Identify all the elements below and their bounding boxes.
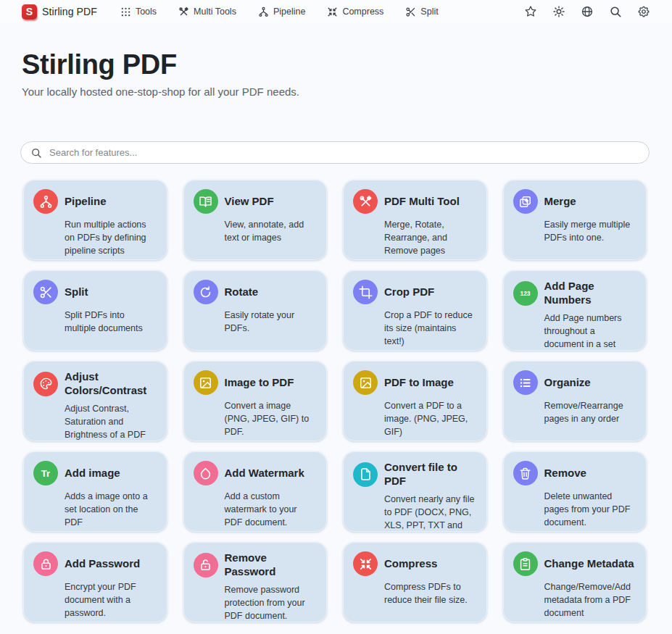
card-title: Remove — [544, 467, 586, 480]
card-description: Add a custom watermark to your PDF docum… — [225, 490, 318, 529]
palette-icon — [33, 372, 58, 396]
tool-card-view-pdf[interactable]: View PDF View, annotate, add text or ima… — [183, 180, 328, 260]
grid-icon — [120, 7, 131, 17]
tool-card-change-metadata[interactable]: Change Metadata Change/Remove/Add metada… — [503, 542, 647, 622]
card-title: Compress — [384, 557, 437, 571]
stirling-logo-icon: S — [22, 4, 37, 20]
tools-icon — [353, 189, 378, 214]
brand-home-link[interactable]: S Stirling PDF — [22, 4, 97, 20]
tool-card-organize[interactable]: Organize Remove/Rearrange pages in any o… — [503, 361, 647, 441]
globe-icon[interactable] — [581, 5, 594, 18]
droplet-icon — [194, 461, 218, 485]
brand-label: Stirling PDF — [42, 6, 97, 17]
nav-item-label: Split — [420, 7, 438, 17]
image-icon — [353, 370, 378, 395]
tool-card-pipeline[interactable]: Pipeline Run multiple actions on PDFs by… — [23, 180, 167, 260]
clipboard-icon — [513, 551, 538, 576]
scissors-icon — [405, 7, 416, 17]
nav-actions — [524, 5, 650, 18]
page-title: Stirling PDF — [22, 49, 650, 80]
card-description: Easily rotate your PDFs. — [225, 309, 318, 335]
tool-card-image-to-pdf[interactable]: Image to PDF Convert a image (PNG, JPEG,… — [183, 361, 328, 441]
file-icon — [353, 462, 378, 487]
card-description: Run multiple actions on PDFs by defining… — [65, 218, 157, 257]
card-title: Add Page Numbers — [544, 280, 637, 307]
card-title: Image to PDF — [225, 376, 294, 390]
unlock-icon — [194, 553, 218, 577]
search-icon[interactable] — [609, 5, 622, 18]
card-description: Add Page numbers throughout a document i… — [544, 312, 637, 351]
card-description: Split PDFs into multiple documents — [65, 309, 157, 335]
nav-item-split[interactable]: Split — [405, 7, 438, 17]
scissors-icon — [33, 280, 58, 304]
tool-card-add-watermark[interactable]: Add Watermark Add a custom watermark to … — [183, 451, 328, 532]
nav-item-label: Tools — [136, 7, 157, 17]
card-title: Pipeline — [65, 195, 107, 209]
numbers-icon: 123 — [513, 281, 538, 306]
pipeline-icon — [33, 189, 58, 214]
star-icon[interactable] — [524, 5, 537, 18]
card-title: Organize — [544, 376, 591, 390]
tool-card-pdf-multi-tool[interactable]: PDF Multi Tool Merge, Rotate, Rearrange,… — [343, 180, 487, 260]
tool-card-pdf-to-image[interactable]: PDF to Image Convert a PDF to a image. (… — [343, 361, 487, 441]
tool-card-adjust-colors-contrast[interactable]: Adjust Colors/Contrast Adjust Contrast, … — [23, 361, 167, 441]
nav-item-compress[interactable]: Compress — [327, 7, 383, 17]
nav-item-label: Pipeline — [273, 7, 305, 17]
book-open-icon — [194, 189, 218, 214]
list-icon — [513, 370, 538, 395]
text-icon: Tr — [33, 461, 58, 485]
card-description: Change/Remove/Add metadata from a PDF do… — [544, 580, 637, 620]
tool-card-rotate[interactable]: Rotate Easily rotate your PDFs. — [183, 270, 328, 351]
card-title: Remove Password — [225, 551, 318, 579]
trash-icon — [513, 461, 538, 485]
navbar: S Stirling PDF Tools Multi Tools Pipelin… — [0, 0, 672, 23]
tool-card-remove[interactable]: Remove Delete unwanted pages from your P… — [503, 451, 647, 532]
card-title: Adjust Colors/Contrast — [65, 370, 157, 398]
tool-card-add-password[interactable]: Add Password Encrypt your PDF document w… — [23, 542, 167, 622]
search-icon — [30, 147, 42, 159]
card-description: Remove/Rearrange pages in any order — [544, 399, 637, 425]
card-description: Remove password protection from your PDF… — [225, 583, 318, 622]
card-description: Crop a PDF to reduce its size (maintains… — [384, 309, 477, 348]
card-description: Compress PDFs to reduce their file size. — [384, 580, 477, 606]
card-description: Convert nearly any file to PDF (DOCX, PN… — [384, 493, 477, 533]
search-box — [20, 141, 650, 164]
compress-icon — [327, 7, 338, 17]
nav-item-label: Compress — [342, 7, 383, 17]
nav-item-multi-tools[interactable]: Multi Tools — [178, 7, 236, 17]
tools-icon — [178, 7, 189, 17]
page-subtitle: Your locally hosted one-stop-shop for al… — [22, 85, 650, 98]
card-title: PDF to Image — [384, 376, 454, 390]
image-icon — [194, 370, 218, 395]
tool-card-split[interactable]: Split Split PDFs into multiple documents — [23, 270, 167, 351]
compress-icon — [353, 551, 378, 576]
card-title: Change Metadata — [544, 557, 634, 571]
crop-icon — [353, 280, 378, 304]
search-input[interactable] — [21, 142, 649, 163]
tool-card-merge[interactable]: Merge Easily merge multiple PDFs into on… — [503, 180, 647, 260]
nav-items: Tools Multi Tools Pipeline Compress Spli… — [120, 7, 439, 17]
tool-card-add-page-numbers[interactable]: 123 Add Page Numbers Add Page numbers th… — [503, 270, 647, 351]
merge-icon — [513, 189, 538, 214]
tool-card-crop-pdf[interactable]: Crop PDF Crop a PDF to reduce its size (… — [343, 270, 487, 351]
sun-icon[interactable] — [552, 5, 565, 18]
pipeline-icon — [258, 7, 269, 17]
card-description: Adjust Contrast, Saturation and Brightne… — [65, 402, 157, 441]
rotate-icon — [194, 280, 218, 304]
card-title: Merge — [544, 195, 576, 209]
lock-icon — [33, 551, 58, 576]
tool-card-remove-password[interactable]: Remove Password Remove password protecti… — [183, 542, 328, 622]
gear-icon[interactable] — [637, 5, 650, 18]
card-description: Merge, Rotate, Rearrange, and Remove pag… — [384, 218, 477, 257]
tool-card-convert-file-to-pdf[interactable]: Convert file to PDF Convert nearly any f… — [343, 451, 487, 532]
card-title: Add Watermark — [225, 467, 304, 480]
card-title: Add Password — [65, 557, 140, 571]
card-title: Crop PDF — [384, 285, 434, 299]
nav-item-tools[interactable]: Tools — [120, 7, 157, 17]
nav-item-pipeline[interactable]: Pipeline — [258, 7, 305, 17]
card-description: Easily merge multiple PDFs into one. — [544, 218, 637, 244]
search-section — [0, 98, 672, 164]
tool-card-add-image[interactable]: Tr Add image Adds a image onto a set loc… — [23, 451, 167, 532]
card-description: Adds a image onto a set location on the … — [65, 490, 157, 529]
tool-card-compress[interactable]: Compress Compress PDFs to reduce their f… — [343, 542, 487, 622]
